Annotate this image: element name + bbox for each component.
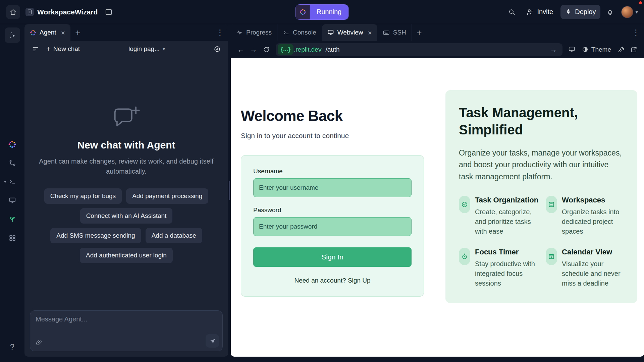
webview-tool-button[interactable] [5,193,20,208]
shell-tool-button[interactable] [5,174,20,189]
bell-icon [606,8,614,16]
tab-progress[interactable]: Progress [231,24,277,41]
run-status-button[interactable]: Running [296,4,349,20]
agent-panel-menu-button[interactable]: ⋮ [212,24,228,41]
theme-label: Theme [591,46,611,53]
suggestion-chip[interactable]: Check my app for bugs [44,188,122,204]
topbar-center: Running [296,4,349,20]
person-plus-icon [526,8,534,16]
new-chat-button[interactable]: + New chat [44,43,83,55]
forward-button[interactable]: → [248,44,260,56]
webview-panel-menu-button[interactable]: ⋮ [628,24,644,41]
suggestion-chip[interactable]: Add payment processing [126,188,208,204]
feature-description: Stay productive with integrated focus se… [475,259,538,288]
feature-title: Calendar View [562,248,624,256]
agent-tool-button[interactable] [5,136,20,152]
promo-title: Task Management, Simplified [459,104,624,138]
keyboard-icon [383,29,390,36]
running-status-label: Running [310,5,348,19]
agent-header-center: login pag... ▾ [83,43,211,55]
navigate-button[interactable]: → [547,46,560,54]
back-icon: ← [237,45,245,54]
workflows-tool-button[interactable] [5,155,20,171]
suggestion-chip[interactable]: Add a database [146,228,202,243]
feature-focus-timer: Focus Timer Stay productive with integra… [459,248,538,288]
panel-resize-handle[interactable] [229,181,230,200]
tab-webview[interactable]: Webview × [322,24,377,41]
webview-urlbar: ← → {...} .replit.dev /auth → Theme [231,41,644,58]
tab-agent[interactable]: Agent × [24,24,70,41]
page-title: Welcome Back [241,108,424,124]
grid-icon [9,234,16,242]
terminal-icon [9,178,16,185]
url-input[interactable]: {...} .replit.dev /auth → [276,43,562,56]
help-icon: ? [10,343,14,352]
password-field-group: Password [253,206,412,236]
layout-panels-button[interactable] [102,5,116,19]
suggestion-chip[interactable]: Connect with an AI Assistant [80,208,173,224]
home-button[interactable] [6,5,20,19]
agent-message-input[interactable] [36,315,217,334]
search-button[interactable] [505,5,519,19]
replit-workspace: WorkspaceWizard Running Invite [0,0,644,362]
help-button[interactable]: ? [5,339,20,355]
agent-panel: Agent × + ⋮ + New chat [24,24,228,357]
theme-button[interactable]: Theme [579,44,614,55]
kebab-icon: ⋮ [216,28,224,37]
promo-card: Task Management, Simplified Organize you… [445,90,637,303]
layout-panels-icon [105,8,112,16]
feature-title: Task Organization [475,196,538,204]
attach-file-button[interactable] [34,338,44,348]
kebab-icon: ⋮ [632,28,640,37]
compass-icon [214,46,221,53]
tab-console[interactable]: Console [277,24,322,41]
send-message-button[interactable] [206,334,219,348]
feature-text: Workspaces Organize tasks into dedicated… [562,196,624,236]
account-menu-button[interactable]: ▾ [621,6,638,18]
agent-usage-button[interactable] [211,44,223,55]
theme-contrast-icon [582,46,588,53]
url-host-badge: {...} [278,44,293,55]
element-inspector-button[interactable] [5,27,20,43]
sign-up-link[interactable]: Need an account? Sign Up [253,277,412,284]
username-input[interactable] [253,178,412,197]
feature-title: Workspaces [562,196,624,204]
reload-button[interactable] [260,44,272,56]
login-card: Username Password Sign In Need an accoun… [241,155,424,297]
panel-divider[interactable] [228,24,231,357]
close-icon[interactable]: × [368,29,372,36]
back-button[interactable]: ← [235,44,247,56]
new-tab-button[interactable]: + [412,24,427,41]
tab-progress-label: Progress [246,29,272,36]
feature-calendar-view: Calendar View Visualize your schedule an… [546,248,624,288]
config-button[interactable] [615,44,627,56]
all-tools-button[interactable] [5,230,20,246]
agent-tabbar: Agent × + ⋮ [24,24,228,41]
deploy-button[interactable]: Deploy [560,5,600,19]
growth-tool-button[interactable] [5,212,20,227]
replit-agent-logo-icon [296,5,310,19]
close-icon[interactable]: × [61,29,65,36]
suggestion-chip[interactable]: Add authenticated user login [80,248,173,263]
suggestion-chip[interactable]: Add SMS message sending [50,228,141,243]
plus-icon: + [46,45,51,53]
monitor-icon [327,29,334,36]
invite-button[interactable]: Invite [522,5,558,19]
agent-message-box [30,310,223,351]
progress-icon [236,29,243,36]
chat-selector-dropdown[interactable]: login pag... ▾ [125,43,168,55]
password-input[interactable] [253,217,412,236]
tab-ssh[interactable]: SSH [377,24,412,41]
notifications-button[interactable] [603,5,617,19]
sign-in-button[interactable]: Sign In [253,247,412,267]
new-tab-button[interactable]: + [70,24,85,41]
devtools-button[interactable] [566,44,578,56]
chat-history-button[interactable] [29,44,42,55]
open-in-new-tab-button[interactable] [628,44,640,56]
webview-panel: Progress Console Webview × SSH + ⋮ [231,24,644,357]
password-label: Password [253,206,412,214]
document-icon [25,8,34,16]
chevron-down-icon: ▾ [163,46,165,52]
avatar [621,6,633,18]
agent-header-left: + New chat [29,43,83,55]
